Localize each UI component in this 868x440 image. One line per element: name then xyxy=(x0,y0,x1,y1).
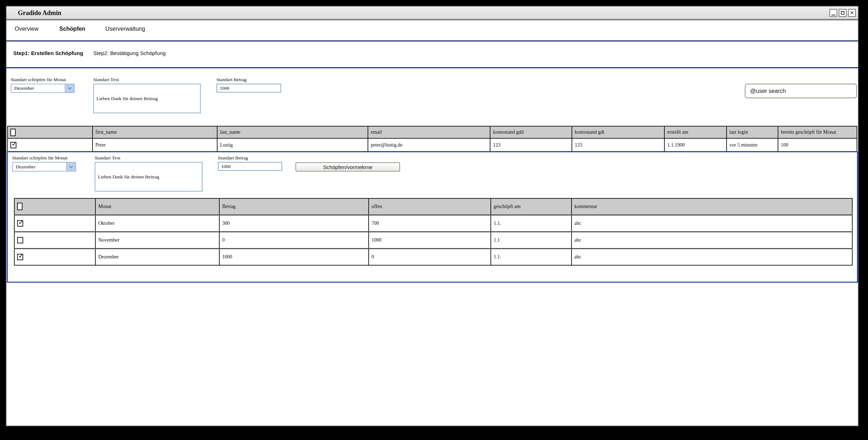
app-window: Gradido Admin ✕ Overview Schöpfen Userve… xyxy=(6,6,859,426)
user-table-header-row: first_name last_name email kontostand gd… xyxy=(8,126,857,138)
divider xyxy=(6,67,858,68)
betrag-cell: 300 xyxy=(219,215,369,232)
panel-standard-text-textarea[interactable]: Lieben Dank für deinen Beitrag xyxy=(95,162,203,192)
step-tab-bestaetigung[interactable]: Step2: Bestätigung Schöpfung xyxy=(93,50,166,56)
geschoepft-am-cell: 1.1 xyxy=(491,232,572,248)
standard-text-label: Standart Text xyxy=(93,77,119,83)
user-table-header-cell: first_name xyxy=(93,126,217,138)
creation-panel: Standart schöpfen für Monat Dezember Sta… xyxy=(7,152,858,283)
user-last-name-cell: Lustig xyxy=(217,138,368,152)
user-first-name-cell: Peter xyxy=(93,138,217,152)
month-table-header-checkbox-cell xyxy=(14,198,95,215)
user-table: first_name last_name email kontostand gd… xyxy=(7,126,857,152)
month-table-row[interactable]: November 0 1000 1.1 abc xyxy=(14,232,852,248)
user-kontostand-gdt-cell: 123 xyxy=(572,138,664,152)
minimize-icon xyxy=(832,15,835,15)
month-table-row[interactable]: Oktober 300 700 1.1. abc xyxy=(14,215,852,232)
user-row-checkbox[interactable] xyxy=(10,142,16,148)
step-tab-erstellen[interactable]: Step1: Erstellen Schöpfung xyxy=(13,50,83,56)
standard-amount-label: Standart Betrag xyxy=(218,155,248,161)
panel-standard-amount-input[interactable] xyxy=(218,162,282,171)
divider xyxy=(6,40,858,41)
standard-text-label: Standart Text xyxy=(95,155,120,161)
step-bar: Step1: Erstellen Schöpfung Step2: Bestät… xyxy=(6,50,858,58)
month-table-header-cell: kommentar xyxy=(572,198,852,215)
month-table-header-cell: geschöpft am xyxy=(491,198,572,215)
month-row-checkbox-cell xyxy=(14,215,95,232)
offen-cell: 0 xyxy=(369,248,491,265)
user-table-header-cell: kontostand gdt xyxy=(572,126,664,138)
geschoepft-am-cell: 1.1. xyxy=(491,215,572,232)
geschoepft-am-cell: 1.1. xyxy=(491,248,572,265)
chevron-down-icon xyxy=(66,163,75,171)
month-table-header-cell: offen xyxy=(369,198,491,215)
month-cell: Dezember xyxy=(95,248,219,265)
user-bereits-geschoepft-cell: 100 xyxy=(778,138,857,152)
month-select-value: Dezember xyxy=(13,164,35,170)
month-row-checkbox[interactable] xyxy=(17,220,23,227)
user-table-header-cell: bereits geschöpft für Monat xyxy=(778,126,857,138)
month-select-label: Standart schöpfen für Monat xyxy=(12,155,68,161)
standard-amount-input[interactable] xyxy=(216,84,281,93)
close-button[interactable]: ✕ xyxy=(848,9,856,17)
user-table-header-cell: kontostand gdd xyxy=(490,126,572,138)
schoepfen-vormerken-button[interactable]: Schöpfen/vormekrne xyxy=(295,162,400,172)
user-row-checkbox-cell xyxy=(8,138,93,152)
select-all-users-checkbox[interactable] xyxy=(10,129,16,136)
standard-amount-label: Standart Betrag xyxy=(216,77,246,83)
user-last-login-cell: vor 5 minuten xyxy=(727,138,778,152)
tab-overview[interactable]: Overview xyxy=(15,26,39,32)
user-kontostand-gdd-cell: 123 xyxy=(490,138,572,152)
tab-schoepfen[interactable]: Schöpfen xyxy=(59,26,85,32)
betrag-cell: 1000 xyxy=(219,248,369,265)
close-icon: ✕ xyxy=(850,10,854,16)
user-table-header-cell: email xyxy=(368,126,490,138)
maximize-button[interactable] xyxy=(839,9,847,17)
user-table-header-checkbox-cell xyxy=(8,126,93,138)
month-table-row[interactable]: Dezember 1000 0 1.1. abc xyxy=(14,248,852,265)
kommentar-cell: abc xyxy=(572,248,852,265)
user-search-input[interactable] xyxy=(745,84,857,98)
month-row-checkbox[interactable] xyxy=(17,254,23,260)
month-table-header-cell: Betrag xyxy=(219,198,369,215)
betrag-cell: 0 xyxy=(219,232,369,248)
user-table-row[interactable]: Peter Lustig peter@lustig.de 123 123 1.1… xyxy=(8,138,857,152)
main-tabbar: Overview Schöpfen Userverwaltung xyxy=(6,26,858,35)
chevron-down-icon xyxy=(65,84,74,92)
window-title: Gradido Admin xyxy=(18,9,61,17)
month-row-checkbox[interactable] xyxy=(17,237,23,243)
kommentar-cell: abc xyxy=(572,232,852,248)
user-table-header-cell: last_name xyxy=(217,126,368,138)
maximize-icon xyxy=(841,11,844,15)
tab-userverwaltung[interactable]: Userverwaltung xyxy=(105,26,145,32)
month-table-header-cell: Monat xyxy=(95,198,219,215)
offen-cell: 1000 xyxy=(369,232,491,248)
window-controls: ✕ xyxy=(829,9,856,17)
minimize-button[interactable] xyxy=(829,9,837,17)
offen-cell: 700 xyxy=(369,215,491,232)
month-select-value: Dezember xyxy=(11,85,34,91)
user-table-header-cell: erstellt am xyxy=(664,126,727,138)
desktop-background: Gradido Admin ✕ Overview Schöpfen Userve… xyxy=(0,0,868,440)
month-select[interactable]: Dezember xyxy=(11,84,75,93)
kommentar-cell: abc xyxy=(572,215,852,232)
month-table-header-row: Monat Betrag offen geschöpft am kommenta… xyxy=(14,198,852,215)
select-all-months-checkbox[interactable] xyxy=(17,203,23,210)
month-row-checkbox-cell xyxy=(14,248,95,265)
month-select-label: Standart schöpfen für Monat xyxy=(11,77,66,83)
month-cell: November xyxy=(95,232,219,248)
panel-month-select[interactable]: Dezember xyxy=(12,162,76,172)
user-email-cell: peter@lustig.de xyxy=(368,138,490,152)
standard-text-textarea[interactable]: Lieben Dank für deinen Beitrag xyxy=(93,84,201,113)
user-erstellt-am-cell: 1.1.1900 xyxy=(664,138,727,152)
user-table-header-cell: last login xyxy=(727,126,778,138)
month-cell: Oktober xyxy=(95,215,219,232)
titlebar[interactable]: Gradido Admin ✕ xyxy=(6,6,858,20)
month-row-checkbox-cell xyxy=(14,232,95,248)
month-table: Monat Betrag offen geschöpft am kommenta… xyxy=(14,198,853,266)
